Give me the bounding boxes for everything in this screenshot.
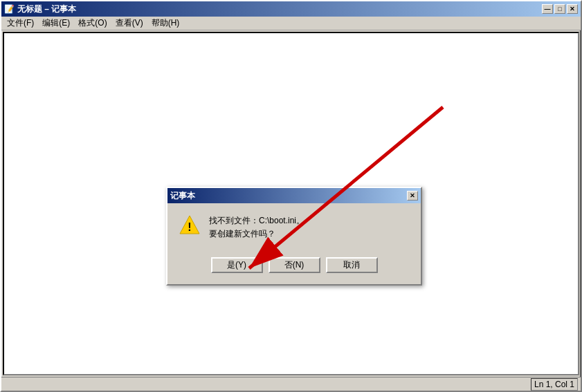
warning-triangle-svg: !: [179, 214, 201, 236]
dialog-title-bar: 记事本 ✕: [167, 188, 421, 203]
dialog-box: 记事本 ✕ ! 找不到文件：C:\boot.ini。 要创建新文件吗？ 是(Y)…: [166, 187, 422, 286]
maximize-button[interactable]: □: [554, 4, 565, 14]
menu-format[interactable]: 格式(O): [74, 16, 111, 30]
menu-bar: 文件(F) 编辑(E) 格式(O) 查看(V) 帮助(H): [1, 17, 581, 30]
menu-file[interactable]: 文件(F): [3, 16, 38, 30]
title-bar-text: 📝 无标题 – 记事本: [4, 3, 76, 15]
warning-icon: !: [179, 214, 201, 236]
yes-button[interactable]: 是(Y): [211, 257, 263, 273]
dialog-message-line1: 找不到文件：C:\boot.ini。: [209, 214, 304, 227]
menu-help[interactable]: 帮助(H): [147, 16, 184, 30]
status-bar: Ln 1, Col 1: [1, 377, 581, 391]
dialog-message-line2: 要创建新文件吗？: [209, 227, 304, 241]
menu-edit[interactable]: 编辑(E): [38, 16, 74, 30]
title-bar: 📝 无标题 – 记事本 — □ ✕: [1, 1, 581, 17]
dialog-buttons: 是(Y) 否(N) 取消: [167, 252, 421, 284]
svg-text:!: !: [188, 221, 191, 233]
window-title: 无标题 – 记事本: [17, 3, 76, 15]
app-icon: 📝: [4, 4, 15, 14]
no-button[interactable]: 否(N): [269, 257, 320, 273]
main-close-button[interactable]: ✕: [567, 4, 578, 14]
status-text: Ln 1, Col 1: [531, 378, 578, 391]
dialog-content: ! 找不到文件：C:\boot.ini。 要创建新文件吗？: [167, 203, 421, 252]
title-bar-buttons: — □ ✕: [542, 4, 578, 14]
cancel-button[interactable]: 取消: [326, 257, 378, 273]
dialog-message: 找不到文件：C:\boot.ini。 要创建新文件吗？: [209, 214, 304, 241]
menu-view[interactable]: 查看(V): [111, 16, 147, 30]
minimize-button[interactable]: —: [542, 4, 553, 14]
dialog-close-button[interactable]: ✕: [407, 191, 418, 200]
dialog-title: 记事本: [170, 190, 195, 202]
